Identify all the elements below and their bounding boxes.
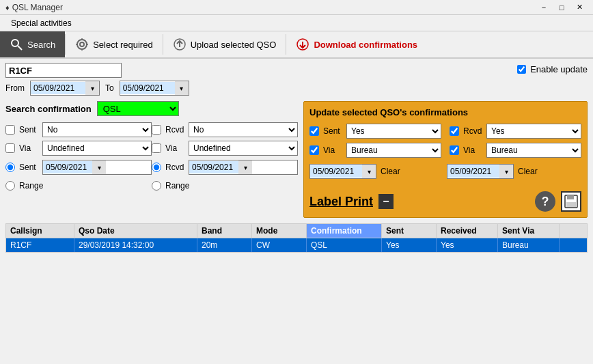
to-date-input[interactable] xyxy=(120,82,175,94)
col-sent-via[interactable]: Sent Via xyxy=(498,224,560,238)
minus-button[interactable]: − xyxy=(378,194,394,209)
to-date-group: ▾ xyxy=(120,81,189,96)
via-right-select[interactable]: Undefined Bureau Direct xyxy=(189,141,298,156)
update-via2-label: Via xyxy=(463,145,482,155)
help-button[interactable]: ? xyxy=(535,191,555,212)
via-left-select[interactable]: Undefined Bureau Direct xyxy=(42,141,152,156)
close-button[interactable]: ✕ xyxy=(571,1,588,14)
rcvd-filter-checkbox[interactable] xyxy=(152,125,161,135)
cell-qso-date: 29/03/2019 14:32:00 xyxy=(74,238,197,252)
col-mode[interactable]: Mode xyxy=(252,224,307,238)
via-right-checkbox[interactable] xyxy=(152,143,161,153)
table-header: Callsign Qso Date Band Mode Confirmation… xyxy=(6,224,587,238)
sent-filter-select[interactable]: No Yes Undefined xyxy=(42,122,152,137)
conf-select[interactable]: QSL LOTW eQSL xyxy=(97,101,179,116)
update-rcvd-checkbox[interactable] xyxy=(450,126,459,136)
cell-mode: CW xyxy=(252,238,307,252)
via-right-label: Via xyxy=(165,143,184,153)
rcvd-filter-select[interactable]: No Yes Undefined xyxy=(189,122,298,137)
app-title: QSL Manager xyxy=(12,3,536,12)
update-via1-row: Via Bureau Direct Electronic Undefined xyxy=(309,142,441,158)
save-button[interactable] xyxy=(561,191,581,212)
search-button[interactable]: Search xyxy=(0,31,65,57)
from-date-picker[interactable]: ▾ xyxy=(85,81,99,95)
update-rcvd-select[interactable]: Yes No Undefined xyxy=(486,124,581,139)
maximize-button[interactable]: □ xyxy=(553,1,570,14)
target-icon xyxy=(75,38,89,51)
update-date1-row: ▾ Clear xyxy=(309,163,444,180)
from-date-input[interactable] xyxy=(31,82,85,94)
range-right-row: Range xyxy=(152,178,298,193)
save-icon xyxy=(564,194,579,209)
range-right-radio[interactable] xyxy=(152,181,161,191)
update-grid: Sent Yes No Undefined Rcvd Yes No Undefi… xyxy=(309,123,581,158)
label-print-area: Label Print − ? xyxy=(309,191,581,212)
update-via1-select[interactable]: Bureau Direct Electronic Undefined xyxy=(346,143,441,158)
update-date2-group: ▾ xyxy=(447,164,514,179)
from-date-group: ▾ xyxy=(30,81,100,96)
rcvd-filter-label: Rcvd xyxy=(165,125,184,135)
svg-point-2 xyxy=(77,40,87,49)
rcvd-date-input[interactable] xyxy=(189,161,238,173)
update-date2-row: ▾ Clear xyxy=(447,163,581,180)
enable-update-label: Enable update xyxy=(530,64,588,74)
col-qso-date[interactable]: Qso Date xyxy=(74,224,197,238)
right-btn-group: ? xyxy=(535,191,581,212)
col-callsign[interactable]: Callsign xyxy=(6,224,74,238)
svg-line-1 xyxy=(18,46,22,50)
update-date2-input[interactable] xyxy=(447,165,499,178)
right-panel: Update selected QSO's confirmations Sent… xyxy=(303,101,588,218)
select-required-button[interactable]: Select required xyxy=(66,31,162,57)
sent-date-input[interactable] xyxy=(43,161,92,173)
clear-date1-button[interactable]: Clear xyxy=(381,167,400,176)
sent-date-picker[interactable]: ▾ xyxy=(92,160,106,174)
enable-update-checkbox[interactable] xyxy=(517,65,526,74)
results-table: Callsign Qso Date Band Mode Confirmation… xyxy=(5,223,588,253)
col-confirmation[interactable]: Confirmation xyxy=(307,224,382,238)
cell-sent: Yes xyxy=(382,238,437,252)
col-band[interactable]: Band xyxy=(197,224,252,238)
upload-button[interactable]: Upload selected QSO xyxy=(163,31,286,57)
table-row[interactable]: R1CF 29/03/2019 14:32:00 20m CW QSL Yes … xyxy=(6,238,587,252)
download-icon xyxy=(296,38,309,51)
sent-date-radio[interactable] xyxy=(5,163,15,172)
clear-date2-button[interactable]: Clear xyxy=(518,167,538,176)
to-date-picker[interactable]: ▾ xyxy=(175,81,189,95)
update-date2-picker[interactable]: ▾ xyxy=(499,165,513,178)
minimize-button[interactable]: − xyxy=(536,1,552,14)
cell-callsign: R1CF xyxy=(6,238,74,252)
update-via1-label: Via xyxy=(323,145,342,155)
download-button[interactable]: Download confirmations xyxy=(286,31,427,57)
sent-filter-checkbox[interactable] xyxy=(5,125,15,135)
rcvd-date-picker[interactable]: ▾ xyxy=(238,160,252,174)
update-dates: ▾ Clear ▾ Clear xyxy=(309,163,581,184)
via-left-checkbox[interactable] xyxy=(5,143,15,153)
update-via1-checkbox[interactable] xyxy=(309,145,319,155)
update-via2-row: Via Bureau Direct Electronic Undefined xyxy=(450,142,581,158)
col-sent[interactable]: Sent xyxy=(382,224,437,238)
left-panel: Search confirmation QSL LOTW eQSL Sent N… xyxy=(5,101,298,218)
rcvd-date-radio[interactable] xyxy=(152,163,161,172)
to-label: To xyxy=(105,83,114,93)
callsign-input[interactable] xyxy=(5,63,122,78)
sent-date-label: Sent xyxy=(19,163,38,172)
search-conf-label: Search confirmation xyxy=(5,104,92,114)
update-sent-select[interactable]: Yes No Undefined xyxy=(346,124,441,139)
menu-special-activities[interactable]: Special activities xyxy=(5,17,77,29)
window-controls: − □ ✕ xyxy=(536,1,588,14)
main-content: Enable update From ▾ To ▾ Search confirm… xyxy=(0,59,593,257)
update-sent-checkbox[interactable] xyxy=(309,126,319,136)
col-received[interactable]: Received xyxy=(437,224,498,238)
via-left-checkbox-row: Via Undefined Bureau Direct xyxy=(5,140,152,156)
range-left-radio[interactable] xyxy=(5,181,15,191)
update-date1-picker[interactable]: ▾ xyxy=(362,165,376,178)
range-right-label: Range xyxy=(165,181,189,191)
cell-received: Yes xyxy=(437,238,498,252)
update-via2-checkbox[interactable] xyxy=(450,145,459,155)
update-via2-select[interactable]: Bureau Direct Electronic Undefined xyxy=(486,143,581,158)
sent-date-group: ▾ xyxy=(42,160,152,175)
upload-icon xyxy=(173,38,187,51)
update-date1-input[interactable] xyxy=(310,165,362,178)
cell-confirmation: QSL xyxy=(307,238,382,252)
svg-rect-11 xyxy=(567,195,574,199)
